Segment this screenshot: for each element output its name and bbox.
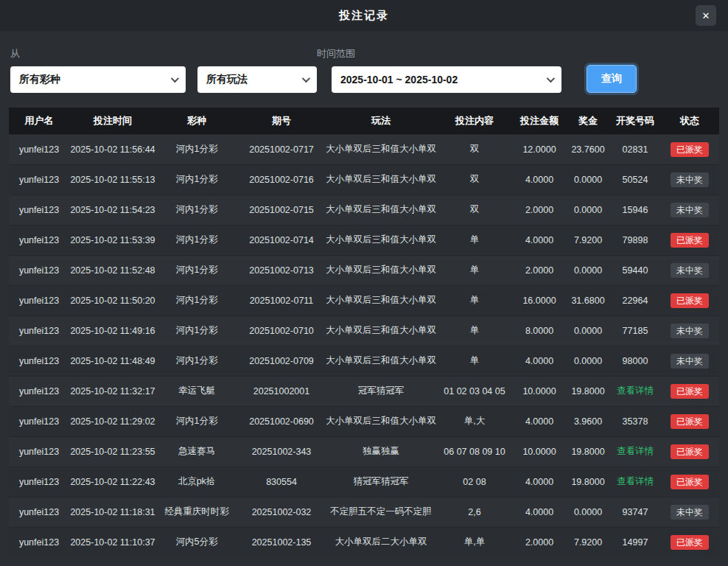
username-cell: yunfei123 (9, 376, 69, 406)
play-method-cell: 大小单双后三和值大小单双 (326, 346, 436, 376)
username-cell: yunfei123 (9, 467, 69, 497)
username-cell: yunfei123 (9, 406, 69, 436)
bet-time-cell: 2025-10-02 11:56:44 (69, 134, 156, 164)
status-badge: 已派奖 (671, 142, 709, 157)
prize-cell: 0.0000 (566, 255, 610, 285)
winning-numbers-cell: 79898 (610, 225, 660, 255)
table-row: yunfei1232025-10-02 11:52:48河内1分彩2025100… (9, 255, 719, 285)
issue-number-cell: 20251002-0717 (237, 134, 326, 164)
lottery-type-cell: 北京pk拾 (156, 467, 237, 497)
from-label: 从 (10, 47, 186, 59)
view-details-link[interactable]: 查看详情 (617, 476, 654, 486)
issue-number-cell: 20251002-0710 (237, 315, 326, 346)
play-method-cell: 独赢独赢 (326, 436, 436, 467)
column-header: 彩种 (156, 108, 237, 134)
status-cell: 未中奖 (660, 346, 719, 376)
status-badge: 未中奖 (671, 203, 709, 217)
column-header: 状态 (660, 108, 719, 134)
winning-numbers-cell: 98000 (610, 346, 660, 376)
column-header: 投注金额 (513, 108, 566, 134)
status-badge: 已派奖 (671, 535, 709, 550)
table-row: yunfei1232025-10-02 11:49:16河内1分彩2025100… (9, 315, 719, 346)
bet-amount-cell: 8.0000 (513, 315, 566, 346)
bet-content-cell: 02 08 (436, 467, 513, 497)
winning-numbers-cell: 查看详情 (610, 376, 660, 406)
winning-numbers-cell: 50524 (610, 164, 660, 195)
chevron-down-icon (547, 74, 555, 83)
bet-time-cell: 2025-10-02 11:29:02 (69, 406, 156, 436)
bet-amount-cell: 4.0000 (513, 497, 566, 527)
bet-content-cell: 单 (436, 346, 513, 376)
prize-cell: 19.8000 (566, 376, 610, 406)
prize-cell: 0.0000 (566, 346, 610, 376)
play-method-cell: 大小单双后三和值大小单双 (326, 134, 436, 164)
status-cell: 已派奖 (660, 285, 719, 315)
play-method-select[interactable]: 所有玩法 (197, 66, 317, 93)
close-icon: ✕ (702, 11, 710, 21)
bet-amount-cell: 2.0000 (513, 195, 566, 225)
lottery-type-cell: 河内1分彩 (156, 346, 237, 376)
bet-time-cell: 2025-10-02 11:22:43 (69, 467, 156, 497)
lottery-type-cell: 急速赛马 (156, 436, 237, 467)
username-cell: yunfei123 (9, 255, 69, 285)
status-cell: 已派奖 (660, 225, 719, 255)
status-cell: 已派奖 (660, 527, 719, 557)
close-button[interactable]: ✕ (696, 5, 716, 26)
status-cell: 已派奖 (660, 436, 719, 467)
status-cell: 已派奖 (660, 406, 719, 436)
lottery-type-cell: 经典重庆时时彩 (156, 497, 237, 527)
issue-number-cell: 20251002-0709 (237, 346, 326, 376)
bet-amount-cell: 16.0000 (513, 285, 566, 315)
view-details-link[interactable]: 查看详情 (617, 385, 654, 396)
issue-number-cell: 20251002-0690 (237, 406, 326, 436)
prize-cell: 0.0000 (566, 315, 610, 346)
prize-cell: 19.8000 (566, 436, 610, 467)
winning-numbers-cell: 15946 (610, 195, 660, 225)
bet-content-cell: 单 (436, 255, 513, 285)
bet-amount-cell: 10.0000 (513, 376, 566, 406)
status-badge: 未中奖 (671, 354, 709, 368)
lottery-type-select[interactable]: 所有彩种 (10, 66, 186, 93)
lottery-type-cell: 河内1分彩 (156, 406, 237, 436)
status-badge: 已派奖 (671, 293, 709, 308)
table-row: yunfei1232025-10-02 11:23:55急速赛马20251002… (9, 436, 719, 467)
username-cell: yunfei123 (9, 285, 69, 315)
bet-content-cell: 双 (436, 195, 513, 225)
time-range-filter-group: 时间范围 2025-10-01 ~ 2025-10-02 (317, 47, 561, 93)
prize-cell: 23.7600 (566, 134, 610, 164)
column-header: 奖金 (566, 108, 610, 134)
table-row: yunfei1232025-10-02 11:54:23河内1分彩2025100… (9, 195, 719, 225)
table-row: yunfei1232025-10-02 11:29:02河内1分彩2025100… (9, 406, 719, 436)
status-badge: 未中奖 (671, 324, 709, 338)
prize-cell: 0.0000 (566, 497, 610, 527)
prize-cell: 31.6800 (566, 285, 610, 315)
table-row: yunfei1232025-10-02 11:50:20河内1分彩2025100… (9, 285, 719, 315)
bet-time-cell: 2025-10-02 11:54:23 (69, 195, 156, 225)
play-method-cell: 大小单双后三和值大小单双 (326, 285, 436, 315)
view-details-link[interactable]: 查看详情 (617, 446, 654, 456)
lottery-type-cell: 河内1分彩 (156, 285, 237, 315)
winning-numbers-cell: 35378 (610, 406, 660, 436)
winning-numbers-cell: 59440 (610, 255, 660, 285)
column-header: 投注内容 (436, 108, 513, 134)
table-row: yunfei1232025-10-02 11:53:39河内1分彩2025100… (9, 225, 719, 255)
status-badge: 未中奖 (671, 505, 709, 520)
username-cell: yunfei123 (9, 195, 69, 225)
date-range-select[interactable]: 2025-10-01 ~ 2025-10-02 (332, 66, 561, 93)
issue-number-cell: 20251002-343 (237, 436, 326, 467)
prize-cell: 7.9200 (566, 527, 610, 557)
issue-number-cell: 20251002-0716 (237, 164, 326, 195)
status-cell: 已派奖 (660, 467, 719, 497)
username-cell: yunfei123 (9, 346, 69, 376)
status-cell: 未中奖 (660, 315, 719, 346)
bet-content-cell: 单,单 (436, 527, 513, 557)
play-method-cell: 大小单双后三和值大小单双 (326, 255, 436, 285)
bet-content-cell: 2,6 (436, 497, 513, 527)
winning-numbers-cell: 02831 (610, 134, 660, 164)
chevron-down-icon (302, 74, 310, 83)
query-button[interactable]: 查询 (587, 65, 637, 93)
issue-number-cell: 20251002001 (237, 376, 326, 406)
bet-time-cell: 2025-10-02 11:23:55 (69, 436, 156, 467)
table-row: yunfei1232025-10-02 11:32:17幸运飞艇20251002… (9, 376, 719, 406)
winning-numbers-cell: 查看详情 (610, 436, 660, 467)
